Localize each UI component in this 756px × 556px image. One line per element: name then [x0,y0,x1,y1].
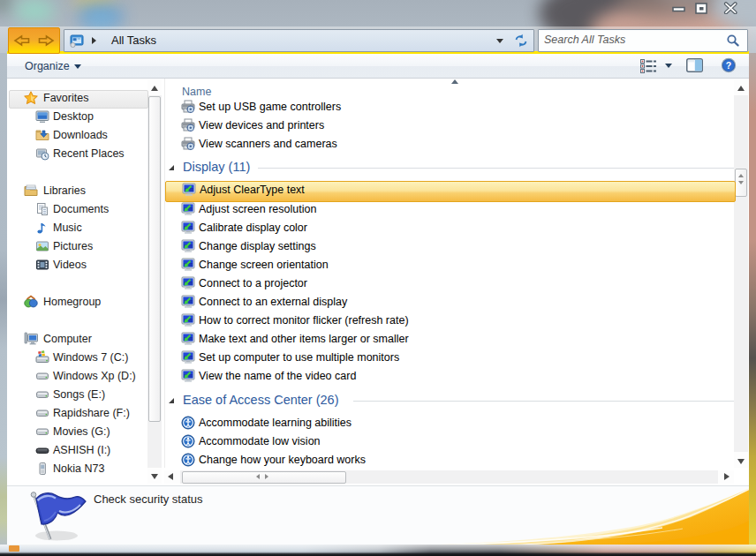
svg-text:?: ? [726,60,731,71]
